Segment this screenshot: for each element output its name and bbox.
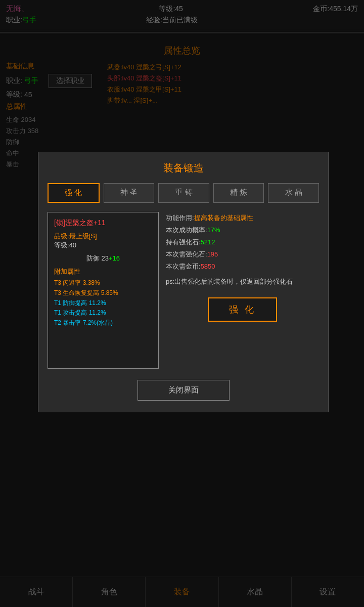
item-grade-label: 品级: [54,232,69,240]
func-row: 功能作用:提高装备的基础属性 [166,212,319,224]
item-card: [锁]涅槃之盔+11 品级:最上级[S] 等级:40 防御 23+16 附加属性… [48,212,159,369]
item-level-label: 等级: [54,241,69,249]
item-defense: 防御 23+16 [54,254,152,263]
tab-recast[interactable]: 重 铸 [158,183,209,203]
sub-attr-4: T1 攻击提高 11.2% [54,308,152,318]
forge-title: 装备锻造 [48,161,319,175]
forge-body: [锁]涅槃之盔+11 品级:最上级[S] 等级:40 防御 23+16 附加属性… [48,212,319,369]
item-grade-val: 最上级[S] [69,232,97,240]
item-level-val: 40 [69,241,76,249]
tab-crystal[interactable]: 水 晶 [268,183,319,203]
forge-note: ps:出售强化后的装备时，仅返回部分强化石 [166,277,319,287]
close-button[interactable]: 关闭界面 [138,380,230,401]
tab-holy[interactable]: 神 圣 [104,183,155,203]
forge-info-panel: 功能作用:提高装备的基础属性 本次成功概率:17% 持有强化石:5212 本次需… [166,212,319,369]
sub-attrs-label: 附加属性 [54,267,152,276]
item-level-row: 等级:40 [54,241,152,250]
sub-attr-3: T1 防御提高 11.2% [54,298,152,309]
sub-attr-5: T2 暴击率 7.2%(水晶) [54,318,152,328]
item-name: [锁]涅槃之盔+11 [54,219,152,228]
sub-attr-2: T3 生命恢复提高 5.85% [54,288,152,298]
need-stones-row: 本次需强化石:195 [166,248,319,261]
forge-dialog: 装备锻造 强 化 神 圣 重 铸 精 炼 水 晶 [锁]涅槃之盔+11 品级:最… [38,152,329,412]
tab-strengthen[interactable]: 强 化 [48,183,100,203]
need-gold-row: 本次需金币:5850 [166,261,319,273]
item-grade-row: 品级:最上级[S] [54,232,152,241]
tab-refine[interactable]: 精 炼 [213,183,264,203]
forge-tabs: 强 化 神 圣 重 铸 精 炼 水 晶 [48,183,319,203]
strengthen-button[interactable]: 强 化 [208,297,277,322]
sub-attr-1: T3 闪避率 3.38% [54,278,152,288]
owned-stones-row: 持有强化石:5212 [166,236,319,248]
success-row: 本次成功概率:17% [166,224,319,236]
